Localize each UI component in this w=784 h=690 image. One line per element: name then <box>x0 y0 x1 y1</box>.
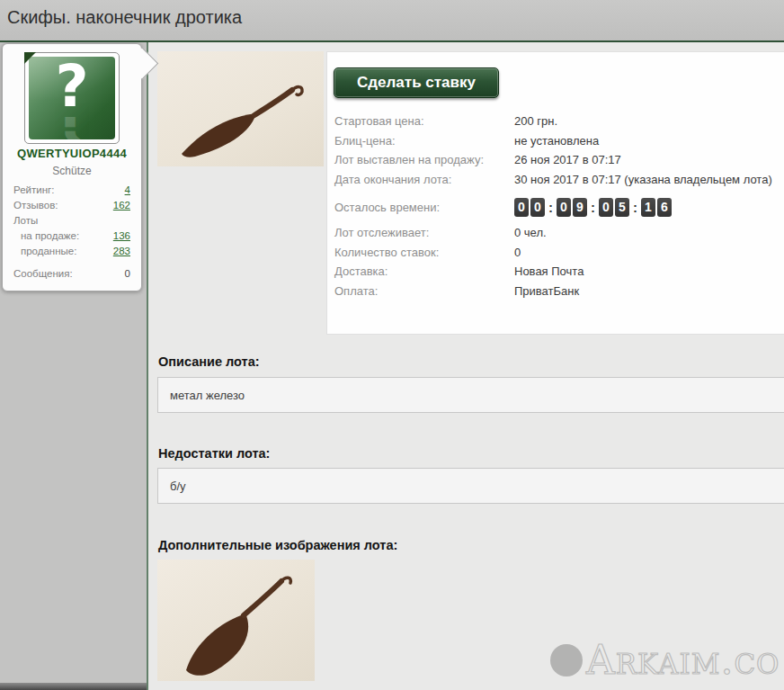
detail-row-blitz-price: Блиц-цена: не установлена <box>334 134 782 154</box>
stat-row-feedback: Отзывов: 162 <box>13 198 130 213</box>
avatar[interactable]: ? ? <box>24 52 120 144</box>
title-bar: Скифы. наконечник дротика <box>0 0 784 40</box>
dart-point-thumbnail-image <box>157 560 315 681</box>
seller-rank: Schütze <box>3 165 141 177</box>
vertical-divider <box>147 42 148 690</box>
stat-row-sold: проданные: 283 <box>13 244 130 259</box>
additional-images-heading: Дополнительные изображения лота: <box>158 538 397 552</box>
question-mark-icon: ? ? <box>29 57 115 139</box>
site-watermark: Arkaim.co <box>550 641 780 680</box>
detail-row-time-left: Осталось времени: 0 0 : 0 9 : 0 5 : 1 6 <box>334 193 782 220</box>
avatar-reflection: ? <box>29 103 115 139</box>
timer-separator: : <box>633 200 637 215</box>
seller-stats: Рейтинг: 4 Отзывов: 162 Лоты на продаже:… <box>13 183 130 282</box>
lot-thumbnail[interactable] <box>157 560 315 681</box>
stat-row-on-sale: на продаже: 136 <box>13 229 130 244</box>
dart-point-image <box>157 51 324 166</box>
stat-row-rating: Рейтинг: 4 <box>13 183 130 198</box>
description-heading: Описание лота: <box>158 354 260 369</box>
auction-lot-page: Скифы. наконечник дротика ? ? QWERTYUIOP… <box>0 0 784 690</box>
place-bid-button[interactable]: Сделать ставку <box>334 67 499 98</box>
timer-digit: 9 <box>573 198 587 217</box>
corner-fold-icon <box>24 52 36 64</box>
seller-card: ? ? QWERTYUIOP4444 Schütze Рейтинг: 4 От… <box>2 43 142 291</box>
on-sale-link[interactable]: 136 <box>113 229 130 244</box>
timer-digit: 0 <box>599 198 613 217</box>
feedback-link[interactable]: 162 <box>113 198 130 213</box>
lot-photo[interactable] <box>157 51 324 166</box>
page-title: Скифы. наконечник дротика <box>7 7 242 28</box>
timer-digit: 1 <box>641 198 655 217</box>
countdown-timer: 0 0 : 0 9 : 0 5 : 1 6 <box>514 198 673 217</box>
timer-digit: 5 <box>615 198 629 217</box>
detail-row-bid-count: Количество ставок: 0 <box>334 246 782 265</box>
timer-digit: 0 <box>557 198 571 217</box>
stat-row-messages: Сообщения: 0 <box>13 266 130 282</box>
watermark-text: Arkaim.co <box>586 641 780 680</box>
timer-digit: 0 <box>530 198 545 217</box>
detail-row-listed-date: Лот выставлен на продажу: 26 ноя 2017 в … <box>334 153 782 173</box>
defects-box: б/у <box>157 468 784 504</box>
timer-separator: : <box>548 200 553 215</box>
detail-row-start-price: Стартовая цена: 200 грн. <box>334 114 782 134</box>
seller-username[interactable]: QWERTYUIOP4444 <box>3 147 141 160</box>
detail-row-delivery: Доставка: Новая Почта <box>334 264 782 284</box>
timer-digit: 0 <box>514 198 529 217</box>
description-box: метал железо <box>157 377 784 413</box>
detail-row-end-date: Дата окончания лота: 30 ноя 2017 в 07:17… <box>334 173 782 193</box>
stat-row-lots: Лоты <box>13 213 130 229</box>
detail-row-payment: Оплата: ПриватБанк <box>334 284 782 304</box>
defects-heading: Недостатки лота: <box>158 446 270 461</box>
timer-digit: 6 <box>657 198 672 217</box>
auction-details: Стартовая цена: 200 грн. Блиц-цена: не у… <box>334 114 782 303</box>
sold-link[interactable]: 283 <box>113 244 130 259</box>
footer-edge <box>0 683 147 690</box>
detail-row-watchers: Лот отслеживает: 0 чел. <box>334 226 782 246</box>
timer-separator: : <box>591 200 595 215</box>
watermark-circle-icon <box>550 644 583 677</box>
rating-link[interactable]: 4 <box>125 183 130 198</box>
